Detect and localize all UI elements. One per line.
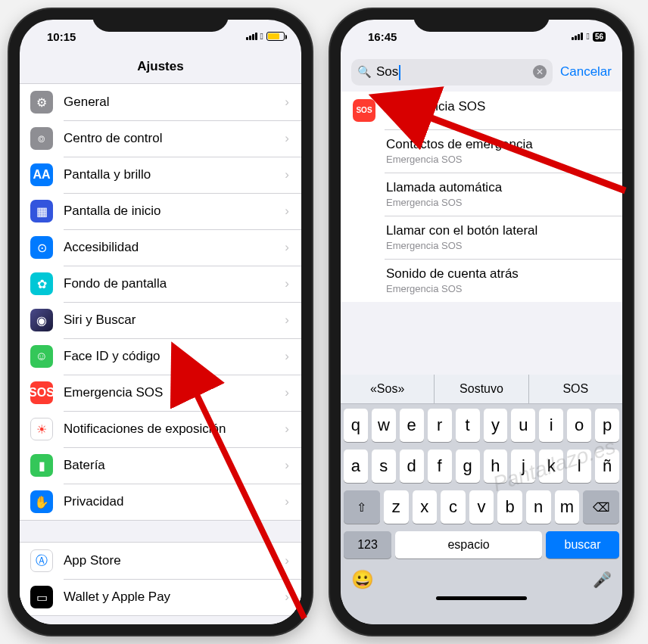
chevron-right-icon: › [285, 313, 289, 328]
cancel-button[interactable]: Cancelar [560, 64, 612, 79]
key-k[interactable]: k [539, 450, 563, 483]
row-label: Fondo de pantalla [64, 276, 274, 291]
key-s[interactable]: s [372, 450, 396, 483]
search-input[interactable]: 🔍 Sos ✕ [351, 59, 553, 86]
settings-list[interactable]: ⚙ General ›⌾ Centro de control ›AA Panta… [20, 83, 301, 624]
settings-row-display[interactable]: AA Pantalla y brillo › [20, 157, 301, 193]
key-h[interactable]: h [484, 450, 508, 483]
key-j[interactable]: j [511, 450, 535, 483]
backspace-key[interactable]: ⌫ [583, 490, 619, 524]
key-n[interactable]: n [526, 490, 551, 524]
row-label: General [64, 95, 274, 110]
result-title: Sonido de cuenta atrás [386, 266, 519, 282]
battery-icon [266, 32, 285, 41]
search-result[interactable]: Sonido de cuenta atrás Emergencia SOS [341, 259, 622, 302]
settings-row-battery[interactable]: ▮ Batería › [20, 447, 301, 484]
key-a[interactable]: a [344, 450, 368, 483]
result-sub: Emergencia SOS [386, 283, 519, 294]
row-label: Face ID y código [64, 349, 274, 364]
search-result[interactable]: Llamar con el botón lateral Emergencia S… [341, 216, 622, 259]
sos-icon: SOS [353, 99, 375, 122]
settings-row-exposure[interactable]: ☀ Notificaciones de exposición › [20, 411, 301, 447]
row-label: Pantalla y brillo [64, 167, 274, 182]
settings-row-appstore[interactable]: Ⓐ App Store › [20, 543, 301, 579]
settings-row-wallpaper[interactable]: ✿ Fondo de pantalla › [20, 266, 301, 302]
privacy-icon: ✋ [30, 490, 53, 513]
keyboard-suggestions: «Sos»SostuvoSOS [341, 375, 622, 404]
key-e[interactable]: e [400, 409, 424, 442]
settings-row-control-center[interactable]: ⌾ Centro de control › [20, 120, 301, 157]
key-c[interactable]: c [441, 490, 466, 524]
accessibility-icon: ⊙ [30, 236, 53, 259]
chevron-right-icon: › [285, 95, 289, 110]
row-label: Wallet y Apple Pay [64, 590, 274, 605]
row-label: Pantalla de inicio [64, 204, 274, 219]
numbers-key[interactable]: 123 [344, 531, 391, 558]
keyboard-suggestion[interactable]: SOS [529, 375, 622, 403]
key-v[interactable]: v [469, 490, 494, 524]
result-sub: Emergencia SOS [386, 240, 537, 251]
key-g[interactable]: g [456, 450, 480, 483]
signal-icon [246, 33, 257, 40]
key-p[interactable]: p [595, 409, 619, 442]
status-bar: 16:45 􀙇 56 [341, 20, 622, 53]
chevron-right-icon: › [285, 131, 289, 146]
settings-row-sos[interactable]: SOS Emergencia SOS › [20, 375, 301, 411]
key-ñ[interactable]: ñ [595, 450, 619, 483]
screen-search: 16:45 􀙇 56 🔍 Sos ✕ Cancelar SOS Emergenc… [341, 20, 622, 624]
key-f[interactable]: f [428, 450, 452, 483]
battery-percent: 56 [593, 32, 606, 42]
row-label: App Store [64, 553, 274, 568]
search-text: Sos [376, 64, 528, 80]
chevron-right-icon: › [285, 590, 289, 605]
key-o[interactable]: o [567, 409, 591, 442]
wifi-icon: 􀙇 [586, 31, 589, 42]
row-label: Siri y Buscar [64, 313, 274, 328]
key-w[interactable]: w [372, 409, 396, 442]
key-b[interactable]: b [497, 490, 522, 524]
key-m[interactable]: m [555, 490, 580, 524]
home-indicator [436, 596, 527, 600]
key-d[interactable]: d [400, 450, 424, 483]
sos-icon: SOS [30, 381, 53, 404]
settings-row-home-screen[interactable]: ▦ Pantalla de inicio › [20, 193, 301, 229]
settings-row-wallet[interactable]: ▭ Wallet y Apple Pay › [20, 579, 301, 615]
keyboard-suggestion[interactable]: Sostuvo [435, 375, 528, 403]
space-key[interactable]: espacio [395, 531, 542, 558]
key-z[interactable]: z [384, 490, 409, 524]
key-l[interactable]: l [567, 450, 591, 483]
phone-left-frame: 10:15 􀙇 Ajustes ⚙ General ›⌾ Centro de c… [9, 9, 312, 635]
key-y[interactable]: y [484, 409, 508, 442]
key-r[interactable]: r [428, 409, 452, 442]
home-screen-icon: ▦ [30, 200, 53, 222]
key-q[interactable]: q [344, 409, 368, 442]
dictation-key[interactable]: 🎤 [593, 571, 612, 589]
row-label: Accesibilidad [64, 240, 274, 255]
screen-settings: 10:15 􀙇 Ajustes ⚙ General ›⌾ Centro de c… [20, 20, 301, 624]
settings-row-siri[interactable]: ◉ Siri y Buscar › [20, 302, 301, 338]
settings-row-accessibility[interactable]: ⊙ Accesibilidad › [20, 229, 301, 266]
clear-icon[interactable]: ✕ [533, 65, 547, 79]
key-t[interactable]: t [456, 409, 480, 442]
search-key[interactable]: buscar [546, 531, 619, 558]
search-result[interactable]: Contactos de emergencia Emergencia SOS [341, 129, 622, 173]
key-u[interactable]: u [511, 409, 535, 442]
row-label: Privacidad [64, 494, 274, 509]
settings-row-faceid[interactable]: ☺ Face ID y código › [20, 338, 301, 375]
status-icons: 􀙇 56 [572, 31, 606, 42]
phone-right-frame: 16:45 􀙇 56 🔍 Sos ✕ Cancelar SOS Emergenc… [330, 9, 633, 635]
search-bar: 🔍 Sos ✕ Cancelar [341, 53, 622, 92]
search-result[interactable]: SOS Emergencia SOS [341, 92, 622, 129]
result-title: Llamada automática [386, 180, 502, 195]
search-result[interactable]: Llamada automática Emergencia SOS [341, 173, 622, 216]
key-x[interactable]: x [413, 490, 438, 524]
row-label: Centro de control [64, 131, 274, 146]
status-time: 10:15 [36, 30, 82, 43]
emoji-key[interactable]: 😀 [351, 569, 374, 590]
settings-row-privacy[interactable]: ✋ Privacidad › [20, 484, 301, 520]
key-i[interactable]: i [539, 409, 563, 442]
shift-key[interactable]: ⇧ [344, 490, 380, 524]
settings-row-general[interactable]: ⚙ General › [20, 84, 301, 120]
row-label: Emergencia SOS [64, 385, 274, 400]
keyboard-suggestion[interactable]: «Sos» [341, 375, 435, 403]
